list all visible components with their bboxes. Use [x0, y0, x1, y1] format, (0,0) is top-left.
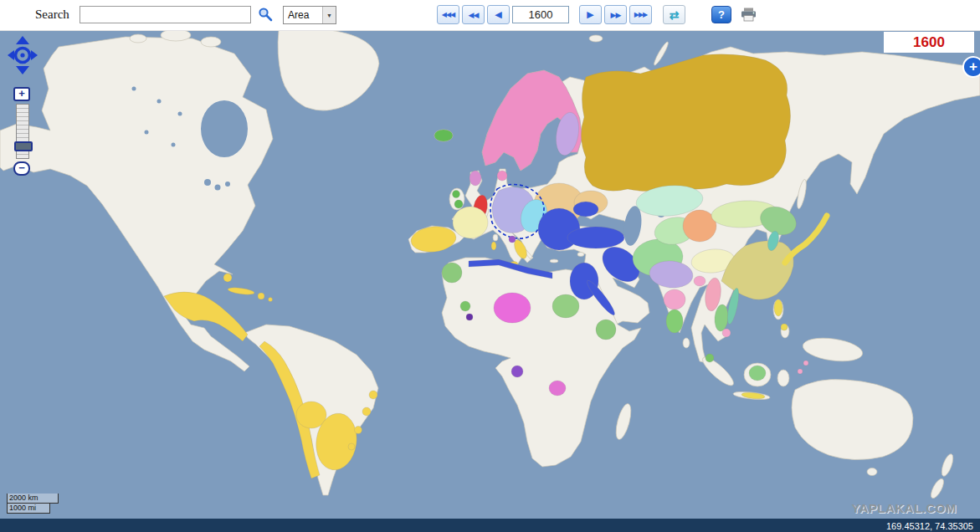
region-france[interactable]: [453, 207, 488, 238]
region-scotland[interactable]: [469, 171, 481, 186]
world-map[interactable]: [0, 30, 980, 532]
year-display-badge: 1600: [884, 32, 974, 53]
region-bengal[interactable]: [694, 276, 705, 286]
zoom-slider-track[interactable]: [16, 104, 29, 159]
print-button[interactable]: [737, 6, 759, 23]
back-1-button[interactable]: ◀: [487, 5, 510, 24]
region-west-africa-state[interactable]: [466, 314, 473, 320]
landmass-arctic-island: [161, 30, 191, 41]
zoom-control: + −: [13, 87, 32, 176]
region-muscovy[interactable]: [581, 54, 790, 192]
region-denmark[interactable]: [497, 171, 507, 181]
cursor-coordinates: 169.45312, 74.35305: [886, 521, 973, 531]
landmass-corsica: [493, 234, 498, 241]
search-icon[interactable]: [258, 7, 273, 22]
help-icon: ?: [718, 8, 725, 21]
triple-left-arrow-icon: ◀◀◀: [442, 11, 454, 18]
right-arrow-icon: ▶: [587, 9, 593, 20]
region-crimean-khanate[interactable]: [573, 202, 598, 217]
search-label: Search: [35, 8, 69, 22]
toolbar: Search Area ▼ ◀◀◀ ◀◀ ◀ ▶ ▶▶ ▶▶▶ ⇄ ?: [0, 0, 980, 31]
hudson-bay: [201, 100, 248, 157]
region-brunei[interactable]: [749, 366, 766, 381]
region-spanish-sardinia[interactable]: [491, 242, 496, 250]
pan-left-arrow-icon[interactable]: [8, 50, 14, 60]
jump-fwd-button[interactable]: ▶▶▶: [629, 5, 652, 24]
jump-back-button[interactable]: ◀◀◀: [437, 5, 459, 24]
refresh-icon: ⇄: [670, 8, 680, 22]
area-select[interactable]: Area ▼: [283, 6, 336, 24]
double-left-arrow-icon: ◀◀: [469, 11, 479, 19]
help-button[interactable]: ?: [711, 6, 731, 23]
region-ethiopia[interactable]: [596, 320, 616, 340]
year-display: 1600: [913, 34, 945, 51]
great-lake: [204, 179, 211, 186]
region-spanish-philippines-south[interactable]: [781, 324, 788, 330]
dropdown-arrow-icon: ▼: [322, 7, 336, 23]
printer-icon: [741, 8, 757, 22]
region-ireland-north[interactable]: [453, 191, 460, 198]
region-kongo[interactable]: [511, 366, 523, 377]
search-input[interactable]: [80, 6, 251, 23]
landmass-arctic-island: [201, 37, 221, 47]
region-morocco[interactable]: [442, 263, 462, 283]
double-right-arrow-icon: ▶▶: [611, 11, 621, 19]
scale-mi: 1000 mi: [7, 504, 50, 514]
region-spanish-florida[interactable]: [223, 274, 232, 282]
triple-right-arrow-icon: ▶▶▶: [634, 11, 647, 18]
zoom-in-button[interactable]: +: [13, 87, 30, 101]
region-vijayanagara[interactable]: [666, 309, 683, 333]
landmass-arctic-island: [130, 34, 146, 43]
refresh-button[interactable]: ⇄: [663, 5, 685, 24]
pan-down-arrow-icon[interactable]: [16, 66, 29, 74]
region-spanish-hispaniola[interactable]: [258, 293, 264, 299]
lake: [132, 87, 136, 91]
region-papal-states[interactable]: [509, 236, 516, 243]
year-input[interactable]: [512, 6, 569, 23]
region-portuguese-brazil[interactable]: [348, 443, 355, 450]
lake: [178, 112, 182, 116]
fwd-1-button[interactable]: ▶: [579, 5, 602, 24]
status-bar: 169.45312, 74.35305: [0, 519, 980, 532]
landmass-crete: [550, 259, 558, 263]
fwd-10-button[interactable]: ▶▶: [604, 5, 627, 24]
region-bornu[interactable]: [552, 294, 579, 318]
watermark: YAPLAKAL.COM: [852, 501, 957, 515]
region-moluccas[interactable]: [798, 369, 803, 374]
landmass-tasmania: [867, 468, 877, 476]
region-spanish-caribbean[interactable]: [269, 298, 273, 302]
great-lake: [225, 182, 230, 187]
region-moluccas[interactable]: [803, 361, 808, 366]
region-ottoman-anatolia[interactable]: [567, 227, 624, 248]
region-songhai[interactable]: [494, 293, 531, 323]
region-spanish-philippines[interactable]: [774, 299, 782, 316]
zoom-slider-handle[interactable]: [14, 141, 33, 151]
lake: [157, 100, 162, 104]
landmass-cyprus: [577, 253, 584, 257]
scale-bar: 2000 km 1000 mi: [7, 494, 59, 514]
region-aceh[interactable]: [705, 354, 714, 362]
region-portuguese-brazil[interactable]: [355, 427, 362, 434]
region-ireland-south[interactable]: [454, 200, 463, 208]
map-canvas[interactable]: [0, 30, 980, 532]
lake: [172, 143, 176, 147]
region-cambodia[interactable]: [722, 329, 731, 337]
back-10-button[interactable]: ◀◀: [462, 5, 485, 24]
left-arrow-icon: ◀: [495, 9, 501, 20]
region-mutapa[interactable]: [549, 381, 566, 396]
pan-center-dot[interactable]: [20, 53, 24, 57]
lake: [145, 130, 149, 135]
expand-map-button[interactable]: +: [962, 56, 980, 78]
pan-up-arrow-icon[interactable]: [16, 36, 29, 44]
region-portuguese-brazil[interactable]: [369, 391, 377, 399]
pan-control[interactable]: [6, 35, 39, 82]
landmass-svalbard: [589, 35, 603, 42]
region-portuguese-brazil[interactable]: [362, 407, 371, 416]
region-senegal-states[interactable]: [460, 301, 470, 311]
region-deccan-sultanates[interactable]: [664, 289, 685, 309]
landmass-sulawesi: [777, 370, 789, 386]
landmass-sri-lanka: [683, 338, 690, 348]
region-iceland[interactable]: [434, 130, 453, 141]
zoom-out-button[interactable]: −: [13, 161, 30, 176]
pan-right-arrow-icon[interactable]: [31, 50, 38, 60]
